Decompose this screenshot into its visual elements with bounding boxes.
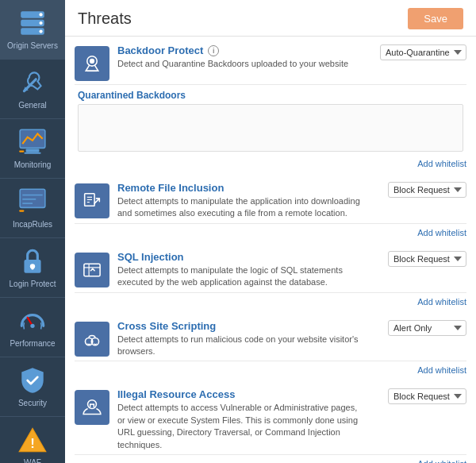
threat-row-illegal-resource: Illegal Resource Access Detect attempts … <box>75 380 466 463</box>
sidebar-item-label-security: Security <box>18 399 47 408</box>
wrench-icon <box>17 68 48 98</box>
sidebar-item-label-origin-servers: Origin Servers <box>7 41 58 51</box>
svg-rect-17 <box>31 266 33 269</box>
illegal-resource-info: Illegal Resource Access Detect attempts … <box>117 388 363 451</box>
sql-control: Block Request Alert Only Off <box>363 251 466 267</box>
sidebar-item-label-monitoring: Monitoring <box>14 160 52 170</box>
remote-file-select[interactable]: Block Request Alert Only Off <box>388 182 466 198</box>
backdoor-info-icon[interactable]: i <box>208 45 219 56</box>
remote-file-info: Remote File Inclusion Detect attempts to… <box>117 182 363 220</box>
svg-point-5 <box>39 29 42 33</box>
sidebar-item-label-login-protect: Login Protect <box>10 280 56 289</box>
threat-row-remote-file: Remote File Inclusion Detect attempts to… <box>75 174 466 243</box>
illegal-resource-control: Block Request Alert Only Off <box>363 388 466 404</box>
threat-row-sql: SQL Injection Detect attempts to manipul… <box>75 243 466 312</box>
sidebar-item-performance[interactable]: Performance <box>0 298 65 357</box>
svg-rect-9 <box>19 151 24 152</box>
sidebar: Origin Servers General Monitoring <box>0 0 65 463</box>
server-icon <box>17 8 48 38</box>
remote-file-title: Remote File Inclusion <box>117 182 363 194</box>
sql-title: SQL Injection <box>117 251 363 263</box>
backdoor-add-whitelist[interactable]: Add whitelist <box>417 159 466 168</box>
backdoor-desc: Detect and Quarantine Backdoors uploaded… <box>117 58 363 70</box>
main-content: Threats Save Backdoor Protect i <box>65 0 476 463</box>
sidebar-item-monitoring[interactable]: Monitoring <box>0 119 65 179</box>
sidebar-item-label-general: General <box>18 101 47 110</box>
chart-icon <box>17 127 48 157</box>
xss-select[interactable]: Alert Only Block Request Off <box>388 320 466 336</box>
threat-row-xss: Cross Site Scripting Detect attempts to … <box>75 312 466 381</box>
remote-file-desc: Detect attempts to manipulate the applic… <box>117 195 363 220</box>
svg-text:!: ! <box>30 436 35 451</box>
backdoor-select[interactable]: Auto-Quarantine Alert Only Block Request… <box>380 44 466 60</box>
page-title: Threats <box>78 10 132 28</box>
gauge-icon <box>17 306 48 336</box>
quarantine-section: Quarantined Backdoors <box>75 90 466 152</box>
warning-icon: ! <box>17 425 48 455</box>
svg-point-3 <box>39 13 42 16</box>
remote-file-control: Block Request Alert Only Off <box>363 182 466 198</box>
save-button[interactable]: Save <box>408 8 463 29</box>
sidebar-item-waf[interactable]: ! WAF <box>0 417 65 463</box>
sql-add-whitelist[interactable]: Add whitelist <box>417 297 466 307</box>
sql-select[interactable]: Block Request Alert Only Off <box>388 251 466 267</box>
sql-info: SQL Injection Detect attempts to manipul… <box>117 251 363 289</box>
sidebar-item-login-protect[interactable]: Login Protect <box>0 238 65 298</box>
backdoor-info: Backdoor Protect i Detect and Quarantine… <box>117 44 363 70</box>
sidebar-item-label-incaprules: IncapRules <box>13 220 52 230</box>
svg-rect-6 <box>20 129 45 148</box>
svg-rect-7 <box>26 149 40 152</box>
xss-icon <box>75 322 109 357</box>
backdoor-icon <box>75 46 109 81</box>
illegal-resource-title: Illegal Resource Access <box>117 388 363 400</box>
xss-info: Cross Site Scripting Detect attempts to … <box>117 320 363 358</box>
sidebar-item-security[interactable]: Security <box>0 357 65 417</box>
lock-icon <box>17 246 48 276</box>
threat-row-backdoor: Backdoor Protect i Detect and Quarantine… <box>75 37 466 174</box>
incap-icon <box>17 187 48 217</box>
sql-desc: Detect attempts to manipulate the logic … <box>117 264 363 289</box>
illegal-resource-add-whitelist[interactable]: Add whitelist <box>417 459 466 463</box>
illegal-resource-select[interactable]: Block Request Alert Only Off <box>388 388 466 404</box>
xss-title: Cross Site Scripting <box>117 320 363 332</box>
backdoor-control: Auto-Quarantine Alert Only Block Request… <box>363 44 466 60</box>
svg-point-22 <box>90 59 94 64</box>
sidebar-item-label-waf: WAF <box>24 458 41 463</box>
illegal-resource-icon <box>75 390 109 425</box>
threats-list: Backdoor Protect i Detect and Quarantine… <box>65 37 476 463</box>
svg-rect-14 <box>19 210 24 212</box>
page-header: Threats Save <box>65 0 476 37</box>
sidebar-item-general[interactable]: General <box>0 60 65 119</box>
remote-file-icon <box>75 183 109 218</box>
backdoor-title: Backdoor Protect i <box>117 44 363 56</box>
sidebar-item-incaprules[interactable]: IncapRules <box>0 179 65 238</box>
sql-icon <box>75 253 109 287</box>
xss-control: Alert Only Block Request Off <box>363 320 466 336</box>
svg-point-4 <box>39 21 42 25</box>
svg-rect-8 <box>24 152 40 154</box>
shield-icon <box>17 365 48 395</box>
remote-file-add-whitelist[interactable]: Add whitelist <box>417 228 466 237</box>
quarantine-box <box>78 104 463 152</box>
xss-desc: Detect attempts to run malicious code on… <box>117 334 363 358</box>
sidebar-item-label-performance: Performance <box>10 339 55 349</box>
svg-point-18 <box>30 324 34 328</box>
illegal-resource-desc: Detect attempts to access Vulnerable or … <box>117 402 363 451</box>
sidebar-item-origin-servers[interactable]: Origin Servers <box>0 0 65 60</box>
quarantine-label: Quarantined Backdoors <box>78 90 463 101</box>
svg-rect-10 <box>20 189 45 207</box>
xss-add-whitelist[interactable]: Add whitelist <box>417 365 466 375</box>
